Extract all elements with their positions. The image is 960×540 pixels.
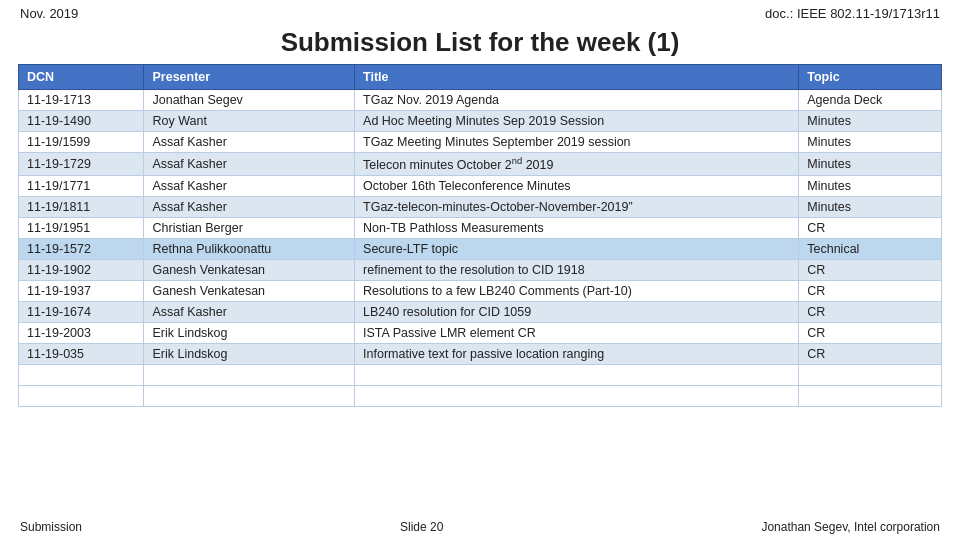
footer-center: Slide 20 (400, 520, 443, 534)
cell-presenter: Ganesh Venkatesan (144, 281, 355, 302)
cell-title: TGaz Meeting Minutes September 2019 sess… (355, 132, 799, 153)
cell-dcn: 11-19-1674 (19, 302, 144, 323)
cell-empty (144, 365, 355, 386)
cell-dcn: 11-19-035 (19, 344, 144, 365)
footer: Submission Slide 20 Jonathan Segev, Inte… (0, 514, 960, 534)
footer-left: Submission (20, 520, 82, 534)
cell-title: Telecon minutes October 2nd 2019 (355, 153, 799, 176)
submission-table: DCN Presenter Title Topic 11-19-1713Jona… (18, 64, 942, 407)
cell-presenter: Erik Lindskog (144, 344, 355, 365)
cell-title: October 16th Teleconference Minutes (355, 176, 799, 197)
cell-dcn: 11-19-2003 (19, 323, 144, 344)
cell-presenter: Ganesh Venkatesan (144, 260, 355, 281)
cell-title: ISTA Passive LMR element CR (355, 323, 799, 344)
cell-dcn: 11-19-1902 (19, 260, 144, 281)
cell-presenter: Assaf Kasher (144, 132, 355, 153)
cell-topic: Minutes (799, 176, 942, 197)
header-doc: doc.: IEEE 802.11-19/1713r11 (765, 6, 940, 21)
cell-topic: Minutes (799, 197, 942, 218)
cell-dcn: 11-19-1490 (19, 111, 144, 132)
cell-presenter: Jonathan Segev (144, 90, 355, 111)
cell-title: refinement to the resolution to CID 1918 (355, 260, 799, 281)
cell-dcn: 11-19-1729 (19, 153, 144, 176)
cell-dcn: 11-19/1599 (19, 132, 144, 153)
table-row: 11-19-1490Roy WantAd Hoc Meeting Minutes… (19, 111, 942, 132)
cell-topic: CR (799, 323, 942, 344)
table-row: 11-19-2003Erik LindskogISTA Passive LMR … (19, 323, 942, 344)
cell-topic: Minutes (799, 132, 942, 153)
footer-right: Jonathan Segev, Intel corporation (761, 520, 940, 534)
cell-topic: CR (799, 344, 942, 365)
table-row-empty (19, 365, 942, 386)
cell-dcn: 11-19-1937 (19, 281, 144, 302)
cell-presenter: Roy Want (144, 111, 355, 132)
cell-presenter: Assaf Kasher (144, 176, 355, 197)
cell-topic: Minutes (799, 153, 942, 176)
table-header-row: DCN Presenter Title Topic (19, 65, 942, 90)
table-row: 11-19/1599Assaf KasherTGaz Meeting Minut… (19, 132, 942, 153)
table-row: 11-19-1902Ganesh Venkatesanrefinement to… (19, 260, 942, 281)
cell-topic: Minutes (799, 111, 942, 132)
cell-topic: CR (799, 281, 942, 302)
cell-empty (144, 386, 355, 407)
cell-presenter: Assaf Kasher (144, 302, 355, 323)
cell-title: TGaz Nov. 2019 Agenda (355, 90, 799, 111)
cell-presenter: Assaf Kasher (144, 153, 355, 176)
cell-presenter: Erik Lindskog (144, 323, 355, 344)
page-title: Submission List for the week (1) (0, 23, 960, 64)
cell-dcn: 11-19/1951 (19, 218, 144, 239)
cell-title: Ad Hoc Meeting Minutes Sep 2019 Session (355, 111, 799, 132)
col-header-dcn: DCN (19, 65, 144, 90)
table-row: 11-19-1937Ganesh VenkatesanResolutions t… (19, 281, 942, 302)
cell-empty (355, 386, 799, 407)
table-row: 11-19/1771Assaf KasherOctober 16th Telec… (19, 176, 942, 197)
cell-title: LB240 resolution for CID 1059 (355, 302, 799, 323)
cell-dcn: 11-19/1771 (19, 176, 144, 197)
cell-empty (799, 386, 942, 407)
cell-topic: CR (799, 302, 942, 323)
cell-empty (799, 365, 942, 386)
table-row: 11-19-1713Jonathan SegevTGaz Nov. 2019 A… (19, 90, 942, 111)
cell-presenter: Christian Berger (144, 218, 355, 239)
cell-title: Resolutions to a few LB240 Comments (Par… (355, 281, 799, 302)
col-header-presenter: Presenter (144, 65, 355, 90)
cell-title: Informative text for passive location ra… (355, 344, 799, 365)
cell-empty (355, 365, 799, 386)
cell-dcn: 11-19-1572 (19, 239, 144, 260)
cell-topic: Agenda Deck (799, 90, 942, 111)
table-row: 11-19/1811Assaf KasherTGaz-telecon-minut… (19, 197, 942, 218)
table-row: 11-19-1572Rethna PulikkoonattuSecure-LTF… (19, 239, 942, 260)
header-date: Nov. 2019 (20, 6, 78, 21)
cell-title: Secure-LTF topic (355, 239, 799, 260)
table-row: 11-19/1951Christian BergerNon-TB Pathlos… (19, 218, 942, 239)
cell-title: TGaz-telecon-minutes-October-November-20… (355, 197, 799, 218)
cell-presenter: Rethna Pulikkoonattu (144, 239, 355, 260)
col-header-topic: Topic (799, 65, 942, 90)
table-row-empty (19, 386, 942, 407)
cell-topic: CR (799, 218, 942, 239)
cell-topic: Technical (799, 239, 942, 260)
cell-empty (19, 386, 144, 407)
col-header-title: Title (355, 65, 799, 90)
cell-title: Non-TB Pathloss Measurements (355, 218, 799, 239)
cell-dcn: 11-19/1811 (19, 197, 144, 218)
cell-presenter: Assaf Kasher (144, 197, 355, 218)
table-row: 11-19-1674Assaf KasherLB240 resolution f… (19, 302, 942, 323)
cell-topic: CR (799, 260, 942, 281)
cell-dcn: 11-19-1713 (19, 90, 144, 111)
cell-empty (19, 365, 144, 386)
submission-table-container: DCN Presenter Title Topic 11-19-1713Jona… (0, 64, 960, 407)
table-row: 11-19-1729Assaf KasherTelecon minutes Oc… (19, 153, 942, 176)
table-row: 11-19-035Erik LindskogInformative text f… (19, 344, 942, 365)
